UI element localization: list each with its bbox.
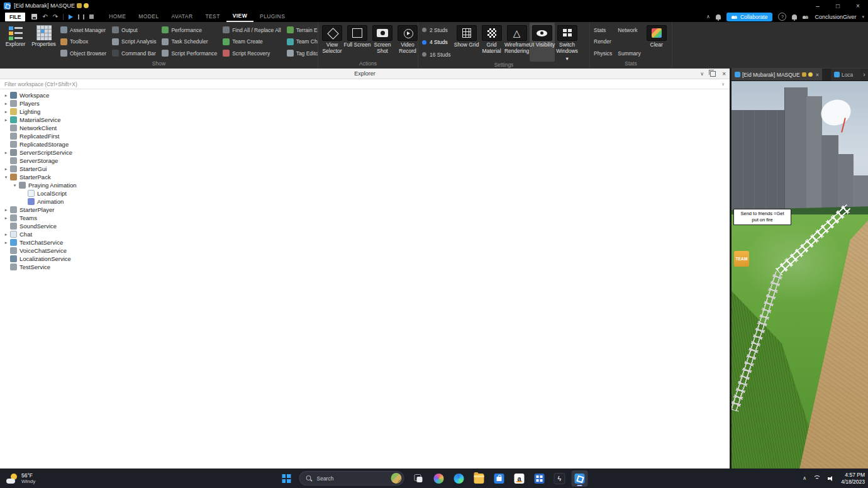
edge-icon[interactable] — [451, 470, 467, 487]
team-chat-button[interactable]: Team Chat — [287, 36, 318, 47]
close-button[interactable]: × — [848, 0, 868, 11]
script-recovery-button[interactable]: Script Recovery — [223, 48, 281, 58]
3d-viewport[interactable]: Send to friends =Get put on fire TEAM — [732, 81, 868, 469]
2-studs-radio[interactable]: 2 Studs — [422, 25, 451, 35]
team-create-button[interactable]: Team Create — [223, 36, 281, 47]
menu-tab-home[interactable]: HOME — [103, 12, 132, 21]
chevron-right-icon[interactable]: ▸ — [2, 101, 10, 106]
weather-widget[interactable]: 56°F Windy — [4, 470, 38, 486]
performance-button[interactable]: Performance — [162, 25, 217, 35]
tree-item-voicechatservice[interactable]: VoiceChatService — [0, 247, 730, 255]
account-people-icon[interactable] — [803, 14, 809, 19]
collapse-ribbon-icon[interactable]: ∧ — [706, 14, 710, 19]
tab-scroll-right-icon[interactable]: › — [860, 69, 868, 80]
tree-item-starterpack[interactable]: ▾StarterPack — [0, 173, 730, 181]
chevron-down-icon[interactable]: ▾ — [11, 183, 19, 188]
task-scheduler-button[interactable]: Task Scheduler — [162, 36, 217, 47]
network-button[interactable]: Network — [618, 25, 640, 35]
redo-icon[interactable]: ↷ — [53, 14, 58, 20]
clear-button[interactable]: Clear — [644, 23, 669, 60]
pause-icon[interactable] — [78, 14, 84, 19]
tree-item-textchatservice[interactable]: ▸TextChatService — [0, 238, 730, 247]
output-button[interactable]: Output — [112, 25, 156, 35]
float-panel-icon[interactable] — [710, 71, 716, 77]
file-explorer-icon[interactable] — [471, 470, 487, 487]
switch-windows-button[interactable]: Switch Windows▾ — [555, 23, 580, 62]
view-selector-button[interactable]: View Selector — [320, 23, 345, 60]
chevron-right-icon[interactable]: ▸ — [2, 216, 10, 221]
undo-icon[interactable]: ↶ — [42, 14, 47, 20]
show-grid-button[interactable]: Show Grid — [454, 23, 479, 62]
physics-button[interactable]: Physics — [594, 48, 612, 58]
store-icon[interactable] — [491, 470, 508, 487]
toolbox-button[interactable]: Toolbox — [60, 36, 106, 47]
file-menu-button[interactable]: FILE — [5, 13, 25, 21]
chevron-right-icon[interactable]: ▸ — [2, 232, 10, 237]
tree-item-networkclient[interactable]: NetworkClient — [0, 124, 730, 132]
tree-item-localscript[interactable]: LocalScript — [0, 189, 730, 197]
chevron-right-icon[interactable]: ▸ — [2, 240, 10, 245]
asset-manager-button[interactable]: Asset Manager — [60, 25, 106, 35]
4-studs-radio[interactable]: 4 Studs — [422, 37, 451, 48]
tab-close-icon[interactable]: × — [816, 72, 819, 78]
tree-item-localizationservice[interactable]: LocalizationService — [0, 255, 730, 263]
chevron-down-icon[interactable]: ▾ — [2, 175, 10, 180]
stop-icon[interactable] — [89, 14, 94, 19]
alerts-bell-icon[interactable] — [792, 14, 797, 19]
script-analysis-button[interactable]: Script Analysis — [112, 36, 156, 47]
username[interactable]: ConclusionGiver — [815, 14, 856, 20]
render-button[interactable]: Render — [594, 36, 612, 47]
summary-button[interactable]: Summary — [618, 48, 640, 58]
ui-visibility-button[interactable]: UI Visibility — [530, 23, 555, 62]
explorer-filter-input[interactable]: Filter workspace (Ctrl+Shift+X) ∨ — [0, 79, 730, 89]
tree-item-starterplayer[interactable]: ▸StarterPlayer — [0, 206, 730, 214]
chevron-right-icon[interactable]: ▸ — [2, 93, 10, 98]
chevron-right-icon[interactable]: ▸ — [2, 150, 10, 155]
tray-overflow-chevron-icon[interactable]: ∧ — [803, 475, 806, 481]
viewport-tab-2[interactable]: Loca — [831, 69, 860, 80]
close-panel-icon[interactable]: × — [722, 70, 726, 77]
find-all-replace-all-button[interactable]: Find All / Replace All — [223, 25, 281, 35]
chevron-right-icon[interactable]: ▸ — [2, 118, 10, 123]
menu-tab-plugins[interactable]: PLUGINS — [253, 12, 291, 21]
lightning-icon[interactable] — [552, 470, 568, 487]
screen-shot-button[interactable]: Screen Shot — [370, 23, 395, 60]
menu-tab-avatar[interactable]: AVATAR — [165, 12, 199, 21]
photos-icon[interactable] — [431, 470, 447, 487]
stats-button[interactable]: Stats — [594, 25, 612, 35]
menu-tab-model[interactable]: MODEL — [132, 12, 165, 21]
grid-material-button[interactable]: Grid Material — [479, 23, 504, 62]
object-browser-button[interactable]: Object Browser — [60, 48, 106, 58]
chevron-right-icon[interactable]: ▸ — [2, 167, 10, 172]
filter-caret-icon[interactable]: ∨ — [721, 82, 725, 87]
start-button[interactable] — [279, 470, 295, 487]
tree-item-testservice[interactable]: TestService — [0, 263, 730, 271]
video-record-button[interactable]: Video Record — [395, 23, 418, 60]
tree-item-players[interactable]: ▸Players — [0, 99, 730, 108]
explorer-button[interactable]: Explorer — [1, 23, 30, 60]
notifications-bell-icon[interactable] — [716, 14, 721, 19]
collaborate-button[interactable]: Collaborate — [726, 13, 772, 21]
terrain-editor-button[interactable]: Terrain Editor — [287, 25, 318, 35]
save-icon[interactable] — [31, 14, 37, 19]
amazon-icon[interactable] — [511, 470, 528, 487]
help-icon[interactable]: ? — [778, 13, 786, 21]
menu-tab-view[interactable]: VIEW — [226, 11, 253, 22]
task-view-icon[interactable] — [411, 470, 427, 487]
viewport-tab-active[interactable]: [Eid Mubarak] MASQUE × — [732, 69, 822, 80]
panel-menu-chevron-icon[interactable]: ∨ — [700, 71, 704, 77]
tree-item-praying-animation[interactable]: ▾Praying Animation — [0, 181, 730, 189]
wifi-icon[interactable] — [813, 475, 821, 482]
explorer-panel-header[interactable]: Explorer ∨ × — [0, 69, 730, 79]
tree-item-animation[interactable]: Animation — [0, 197, 730, 206]
tree-item-replicatedstorage[interactable]: ReplicatedStorage — [0, 140, 730, 148]
tree-item-teams[interactable]: ▸Teams — [0, 214, 730, 222]
menu-tab-test[interactable]: TEST — [199, 12, 226, 21]
tag-editor-button[interactable]: Tag Editor — [287, 48, 318, 58]
minimize-button[interactable]: – — [808, 0, 828, 11]
tree-item-materialservice[interactable]: ▸MaterialService — [0, 116, 730, 124]
search-box[interactable]: Search — [299, 471, 404, 485]
wireframe-rendering-button[interactable]: Wireframe Rendering — [504, 23, 530, 62]
tree-item-lighting[interactable]: ▸Lighting — [0, 108, 730, 116]
team-badge-button[interactable]: TEAM — [734, 251, 749, 267]
